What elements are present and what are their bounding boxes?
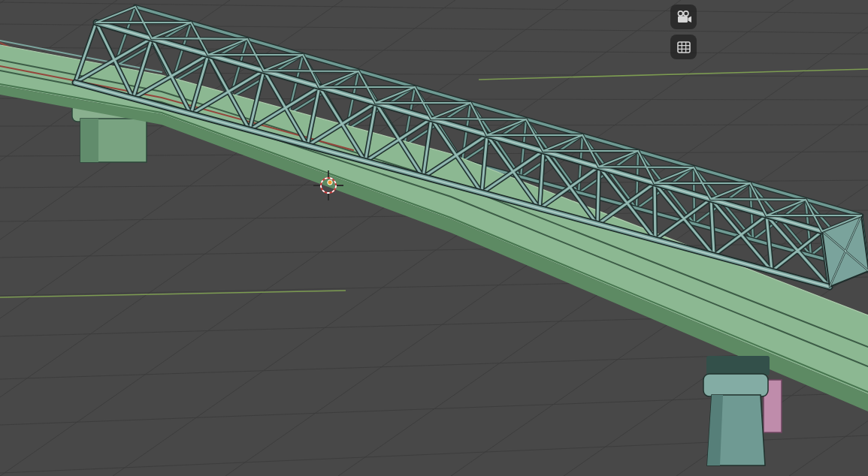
viewport-3d[interactable] bbox=[0, 0, 868, 476]
grid-overlay-button[interactable] bbox=[670, 35, 697, 59]
grid-icon bbox=[675, 38, 693, 56]
viewport-stage[interactable] bbox=[0, 0, 868, 476]
camera-switch-button[interactable] bbox=[670, 5, 697, 29]
object-origin-dot bbox=[328, 180, 332, 185]
bearing-shadow bbox=[706, 356, 770, 375]
movie-camera-icon bbox=[675, 8, 693, 26]
